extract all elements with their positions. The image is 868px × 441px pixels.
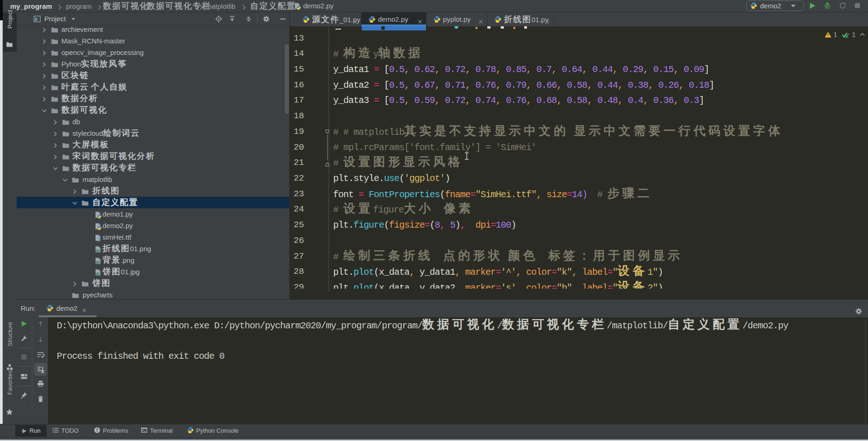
svg-text:?: ? [97, 236, 101, 242]
